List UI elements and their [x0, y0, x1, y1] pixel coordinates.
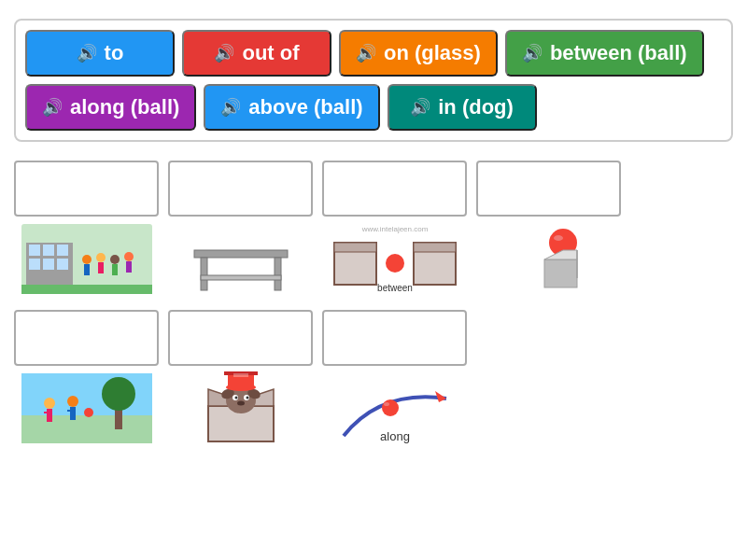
svg-rect-4: [57, 245, 68, 256]
svg-point-55: [237, 401, 245, 406]
btn-above-ball[interactable]: 🔊 above (ball): [204, 84, 379, 131]
image-box-people: [14, 221, 159, 296]
card-people: [14, 221, 159, 296]
card-kids: [14, 371, 159, 445]
svg-rect-9: [84, 264, 90, 275]
svg-rect-59: [233, 373, 248, 377]
image-box-table: [168, 221, 313, 296]
speaker-icon: 🔊: [77, 43, 97, 63]
drop-box-5[interactable]: [14, 310, 159, 366]
btn-along-ball-label: along (ball): [70, 95, 179, 119]
drop-box-1[interactable]: [14, 161, 159, 217]
people-illustration: [21, 224, 152, 294]
svg-rect-19: [275, 258, 281, 290]
btn-on-glass[interactable]: 🔊 on (glass): [339, 30, 498, 77]
card-item-1: [14, 161, 159, 217]
images-row1: between www.intelajeen.com: [14, 221, 733, 296]
svg-marker-31: [544, 250, 577, 259]
image-box-kids: [14, 371, 159, 445]
svg-point-37: [102, 377, 135, 411]
card-item-5: [14, 310, 159, 366]
drop-boxes-row1: [14, 161, 733, 217]
card-item-6: [168, 310, 313, 366]
svg-text:along: along: [380, 429, 410, 443]
drop-box-7[interactable]: [322, 310, 467, 366]
btn-to-label: to: [105, 41, 124, 65]
svg-text:www.intelajeen.com: www.intelajeen.com: [360, 225, 428, 233]
svg-point-14: [124, 252, 134, 261]
between-illustration: between www.intelajeen.com: [330, 224, 460, 294]
drop-boxes-row2: [14, 310, 733, 366]
card-item-2: [168, 161, 313, 217]
svg-rect-11: [98, 262, 104, 273]
drop-box-6[interactable]: [168, 310, 313, 366]
svg-point-12: [110, 255, 120, 264]
btn-between-ball-label: between (ball): [550, 41, 687, 65]
cards-section: between www.intelajeen.com: [14, 161, 733, 450]
card-between: between www.intelajeen.com: [322, 221, 467, 296]
image-box-dog-box: [168, 371, 313, 445]
svg-rect-22: [334, 243, 376, 252]
svg-point-41: [67, 396, 78, 407]
svg-point-44: [84, 408, 93, 417]
word-buttons-panel: 🔊 to 🔊 out of 🔊 on (glass) 🔊 between (ba…: [14, 19, 733, 142]
dog-box-illustration: [185, 371, 297, 445]
card-item-7: [322, 310, 467, 366]
card-along: along: [322, 371, 467, 445]
svg-rect-7: [57, 259, 68, 270]
svg-rect-2: [29, 245, 40, 256]
svg-rect-3: [43, 245, 54, 256]
speaker-icon: 🔊: [220, 97, 241, 118]
btn-in-dog-label: in (dog): [438, 95, 514, 119]
svg-point-8: [82, 255, 92, 264]
svg-rect-13: [112, 264, 118, 275]
btn-in-dog[interactable]: 🔊 in (dog): [388, 84, 537, 131]
ball-cube-illustration: [502, 224, 596, 294]
btn-to[interactable]: 🔊 to: [25, 30, 175, 77]
speaker-icon: 🔊: [42, 97, 63, 118]
card-ball-cube: [476, 221, 621, 296]
svg-point-10: [96, 253, 106, 262]
svg-rect-5: [29, 259, 40, 270]
kids-illustration: [21, 373, 152, 443]
svg-point-61: [382, 399, 399, 416]
svg-rect-17: [194, 250, 288, 258]
svg-rect-35: [21, 415, 152, 443]
speaker-icon: 🔊: [410, 97, 430, 118]
svg-rect-16: [21, 285, 152, 294]
svg-rect-18: [201, 258, 207, 290]
btn-between-ball[interactable]: 🔊 between (ball): [505, 30, 704, 77]
svg-rect-20: [201, 275, 281, 280]
speaker-icon: 🔊: [522, 43, 543, 63]
btn-above-ball-label: above (ball): [248, 95, 362, 119]
image-box-between: between www.intelajeen.com: [322, 221, 467, 296]
along-illustration: along: [334, 371, 456, 445]
svg-point-38: [44, 398, 55, 409]
btn-out-of-label: out of: [242, 41, 299, 65]
svg-point-53: [234, 397, 237, 399]
svg-rect-24: [414, 243, 456, 252]
svg-rect-15: [126, 261, 132, 273]
svg-rect-42: [70, 407, 76, 420]
images-row2: along: [14, 371, 733, 445]
btn-along-ball[interactable]: 🔊 along (ball): [25, 84, 196, 131]
svg-point-54: [246, 397, 248, 399]
btn-out-of[interactable]: 🔊 out of: [182, 30, 331, 77]
card-item-3: [322, 161, 467, 217]
btn-on-glass-label: on (glass): [384, 41, 481, 65]
svg-text:between: between: [377, 283, 413, 293]
svg-rect-30: [544, 259, 577, 287]
svg-rect-6: [43, 259, 54, 270]
svg-point-62: [384, 402, 389, 406]
svg-point-29: [554, 235, 563, 241]
drop-box-4[interactable]: [476, 161, 621, 217]
table-illustration: [190, 224, 292, 294]
image-box-along: along: [322, 371, 467, 445]
speaker-icon: 🔊: [214, 43, 234, 63]
card-item-4: [476, 161, 621, 217]
speaker-icon: 🔊: [356, 43, 376, 63]
drop-box-2[interactable]: [168, 161, 313, 217]
drop-box-3[interactable]: [322, 161, 467, 217]
svg-point-25: [386, 254, 404, 273]
card-dog-box: [168, 371, 313, 445]
